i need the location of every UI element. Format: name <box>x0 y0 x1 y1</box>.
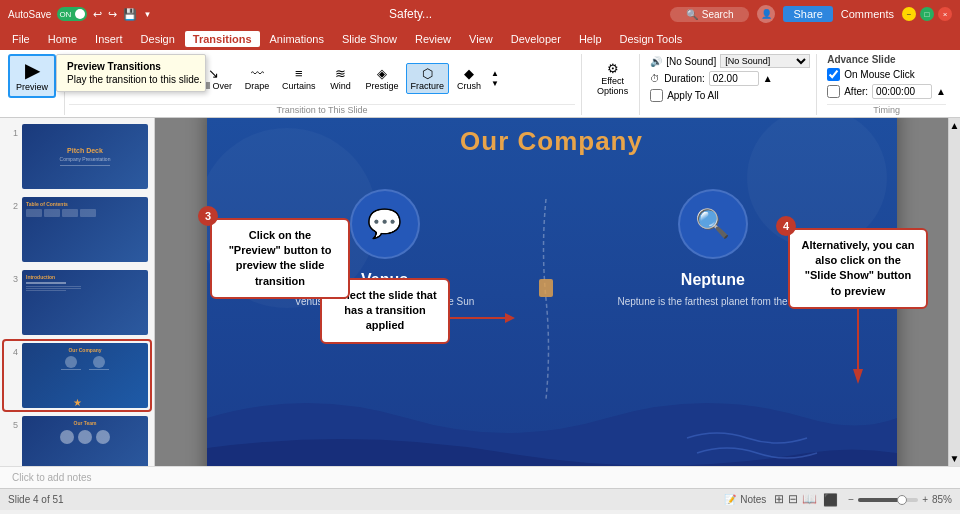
notes-button[interactable]: 📝 Notes <box>724 494 766 505</box>
menu-animations[interactable]: Animations <box>262 31 332 47</box>
slide-title: Our Company <box>207 118 897 157</box>
search-placeholder: Search <box>702 9 734 20</box>
slide-num-1: 1 <box>6 128 18 138</box>
after-checkbox[interactable] <box>827 85 840 98</box>
slideshow-view-icon[interactable]: ⬛ <box>821 492 840 508</box>
callout-3-number: 3 <box>198 206 218 226</box>
callout-4-text: Alternatively, you can also click on the… <box>788 228 928 310</box>
decoration-svg <box>531 199 561 399</box>
preview-button[interactable]: ▶ Preview <box>8 54 56 98</box>
preview-label: Preview <box>16 82 48 92</box>
status-right: 📝 Notes ⊞ ⊟ 📖 ⬛ − + 85% <box>724 492 952 508</box>
transition-indicator-4: ★ <box>73 397 82 408</box>
menu-review[interactable]: Review <box>407 31 459 47</box>
slide-img-2: Table of Contents <box>22 197 148 262</box>
title-bar-left: AutoSave ON ↩ ↪ 💾 ▼ <box>8 7 151 21</box>
transition-curtains[interactable]: ≡ Curtains <box>277 63 321 94</box>
scroll-down[interactable]: ▼ <box>948 451 960 466</box>
callout-4-arrow <box>848 309 868 389</box>
advance-title: Advance Slide <box>827 54 946 65</box>
sound-select[interactable]: [No Sound] <box>720 54 810 68</box>
menu-bar: File Home Insert Design Transitions Anim… <box>0 28 960 50</box>
transition-drape[interactable]: 〰 Drape <box>239 63 275 94</box>
zoom-in-icon[interactable]: + <box>922 494 928 505</box>
slide-thumb-3[interactable]: 3 Introduction <box>4 268 150 337</box>
timing-label: Timing <box>827 104 946 115</box>
customize-icon[interactable]: ▼ <box>143 10 151 19</box>
notes-placeholder: Click to add notes <box>12 472 92 483</box>
filename: Safety... <box>151 7 669 21</box>
scroll-transitions[interactable]: ▲ ▼ <box>491 69 499 88</box>
share-button[interactable]: Share <box>783 6 832 22</box>
neptune-icon: 🔍 <box>695 207 730 240</box>
scroll-up[interactable]: ▲ <box>948 118 960 133</box>
menu-design[interactable]: Design <box>133 31 183 47</box>
maximize-button[interactable]: □ <box>920 7 934 21</box>
zoom-out-icon[interactable]: − <box>848 494 854 505</box>
user-avatar: 👤 <box>757 5 775 23</box>
autosave-toggle[interactable]: ON <box>57 7 87 21</box>
effect-options-group: ⚙ Effect Options <box>586 54 640 115</box>
svg-marker-7 <box>853 369 863 384</box>
menu-developer[interactable]: Developer <box>503 31 569 47</box>
apply-all-checkbox[interactable] <box>650 89 663 102</box>
on-mouse-click-checkbox[interactable] <box>827 68 840 81</box>
scrollbar-vertical[interactable]: ▲ ▼ <box>948 118 960 466</box>
zoom-thumb[interactable] <box>897 495 907 505</box>
duration-icon: ⏱ <box>650 73 660 84</box>
slide-num-4: 4 <box>6 347 18 357</box>
slide-thumb-5[interactable]: 5 Our Team <box>4 414 150 466</box>
neptune-desc: Neptune is the farthest planet from the … <box>618 295 809 309</box>
menu-transitions[interactable]: Transitions <box>185 31 260 47</box>
menu-design-tools[interactable]: Design Tools <box>612 31 691 47</box>
slide-sorter-icon[interactable]: ⊟ <box>788 492 798 508</box>
sound-label: [No Sound] <box>666 56 716 67</box>
menu-view[interactable]: View <box>461 31 501 47</box>
apply-all-label: Apply To All <box>667 90 719 101</box>
close-button[interactable]: × <box>938 7 952 21</box>
reading-view-icon[interactable]: 📖 <box>802 492 817 508</box>
zoom-controls: − + 85% <box>848 494 952 505</box>
transition-fracture[interactable]: ⬡ Fracture <box>406 63 450 94</box>
ribbon: Preview Transitions Play the transition … <box>0 50 960 118</box>
redo-icon[interactable]: ↪ <box>108 8 117 21</box>
slide-thumb-2[interactable]: 2 Table of Contents <box>4 195 150 264</box>
neptune-name: Neptune <box>681 271 745 289</box>
slide-canvas: 5 4 3 2 1 0 1 2 3 4 5 <box>155 118 948 466</box>
after-up[interactable]: ▲ <box>936 86 946 97</box>
normal-view-icon[interactable]: ⊞ <box>774 492 784 508</box>
callout-4-number: 4 <box>776 216 796 236</box>
menu-file[interactable]: File <box>4 31 38 47</box>
notes-label: Notes <box>740 494 766 505</box>
search-bar[interactable]: 🔍 Search <box>670 7 750 22</box>
zoom-slider[interactable] <box>858 498 918 502</box>
effect-options-button[interactable]: ⚙ Effect Options <box>592 58 633 99</box>
slide-img-3: Introduction <box>22 270 148 335</box>
view-icons: ⊞ ⊟ 📖 ⬛ <box>774 492 840 508</box>
undo-icon[interactable]: ↩ <box>93 8 102 21</box>
slide-img-1: Pitch Deck Company Presentation <box>22 124 148 189</box>
menu-help[interactable]: Help <box>571 31 610 47</box>
menu-insert[interactable]: Insert <box>87 31 131 47</box>
slide-num-2: 2 <box>6 201 18 211</box>
zoom-level: 85% <box>932 494 952 505</box>
menu-home[interactable]: Home <box>40 31 85 47</box>
transition-prestige[interactable]: ◈ Prestige <box>361 63 404 94</box>
duration-up[interactable]: ▲ <box>763 73 773 84</box>
transition-wind[interactable]: ≋ Wind <box>323 63 359 94</box>
menu-slideshow[interactable]: Slide Show <box>334 31 405 47</box>
minimize-button[interactable]: − <box>902 7 916 21</box>
notes-bar[interactable]: Click to add notes <box>0 466 960 488</box>
svg-rect-3 <box>539 279 553 297</box>
after-input[interactable] <box>872 84 932 99</box>
notes-icon: 📝 <box>724 494 736 505</box>
slide-num-5: 5 <box>6 420 18 430</box>
save-icon[interactable]: 💾 <box>123 8 137 21</box>
venus-icon: 💬 <box>367 207 402 240</box>
duration-input[interactable] <box>709 71 759 86</box>
comments-button[interactable]: Comments <box>841 8 894 20</box>
slide-img-5: Our Team <box>22 416 148 466</box>
slide-thumb-4[interactable]: 4 Our Company ★ <box>4 341 150 410</box>
slide-thumb-1[interactable]: 1 Pitch Deck Company Presentation <box>4 122 150 191</box>
transition-crush[interactable]: ◆ Crush <box>451 63 487 94</box>
